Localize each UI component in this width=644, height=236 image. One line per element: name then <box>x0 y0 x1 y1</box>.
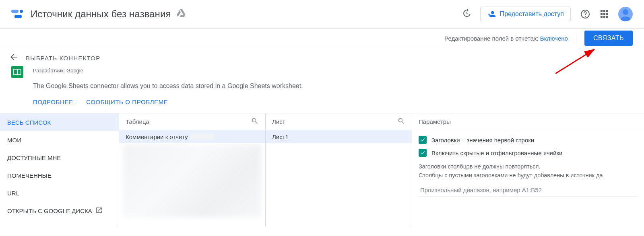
back-arrow-icon[interactable] <box>9 52 19 64</box>
datastudio-logo-icon <box>11 8 24 21</box>
svg-rect-4 <box>601 10 603 12</box>
history-icon[interactable] <box>462 8 471 20</box>
share-label: Предоставить доступ <box>500 10 564 18</box>
vertical-divider <box>576 34 576 43</box>
svg-rect-8 <box>603 13 605 15</box>
edit-bar: Редактирование полей в отчетах: Включено… <box>0 29 644 48</box>
source-nav-item[interactable]: URL <box>0 184 119 202</box>
svg-rect-7 <box>601 13 603 15</box>
params-header: Параметры <box>419 118 451 125</box>
picker-panel: ВЕСЬ СПИСОКМОИДОСТУПНЫЕ МНЕПОМЕЧЕННЫЕURL… <box>0 113 644 227</box>
sheet-column: Лист Лист1 <box>266 113 412 227</box>
redacted-list <box>123 145 261 217</box>
table-row[interactable]: Комментарии к отчету <box>119 130 265 143</box>
range-input[interactable] <box>419 183 638 197</box>
report-issue-link[interactable]: СООБЩИТЬ О ПРОБЛЕМЕ <box>86 99 168 105</box>
field-editing-label: Редактирование полей в отчетах: <box>444 35 539 42</box>
search-icon[interactable] <box>251 117 259 126</box>
source-nav-item[interactable]: ДОСТУПНЫЕ МНЕ <box>0 149 119 166</box>
table-header: Таблица <box>126 118 149 125</box>
drive-icon <box>177 9 186 19</box>
connector-nav: ВЫБРАТЬ КОННЕКТОР <box>0 48 644 68</box>
account-avatar[interactable] <box>618 7 633 21</box>
svg-rect-2 <box>14 15 22 18</box>
sheet-row[interactable]: Лист1 <box>266 130 412 143</box>
svg-rect-9 <box>606 13 608 15</box>
connector-description: The Google Sheets connector allows you t… <box>33 82 635 90</box>
svg-rect-10 <box>601 16 603 18</box>
source-nav-item[interactable]: ПОМЕЧЕННЫЕ <box>0 166 119 184</box>
svg-rect-5 <box>603 10 605 12</box>
svg-rect-0 <box>11 10 19 13</box>
google-sheets-icon <box>11 66 23 78</box>
params-hint: Заголовки столбцов не должны повторяться… <box>419 162 638 180</box>
svg-rect-11 <box>603 16 605 18</box>
svg-point-1 <box>20 10 23 13</box>
page-title[interactable]: Источник данных без названия <box>31 8 171 20</box>
first-row-headers-checkbox[interactable]: Заголовки – значения первой строки <box>419 136 638 144</box>
table-column: Таблица Комментарии к отчету <box>119 113 266 227</box>
connector-developer: Разработчик: Google <box>33 68 635 74</box>
include-hidden-checkbox[interactable]: Включить скрытые и отфильтрованные ячейк… <box>419 149 638 157</box>
search-icon[interactable] <box>397 117 405 126</box>
connect-button[interactable]: СВЯЗАТЬ <box>584 31 633 46</box>
connector-info: Разработчик: Google The Google Sheets co… <box>0 68 644 113</box>
svg-rect-6 <box>606 10 608 12</box>
sheet-header: Лист <box>272 118 285 125</box>
open-external-icon <box>95 207 103 215</box>
connector-nav-label[interactable]: ВЫБРАТЬ КОННЕКТОР <box>26 55 100 62</box>
source-nav-item[interactable]: МОИ <box>0 131 119 149</box>
field-editing-toggle[interactable]: Включено <box>540 35 568 42</box>
learn-more-link[interactable]: ПОДРОБНЕЕ <box>33 99 73 105</box>
source-nav: ВЕСЬ СПИСОКМОИДОСТУПНЫЕ МНЕПОМЕЧЕННЫЕURL… <box>0 113 119 227</box>
params-column: Параметры Заголовки – значения первой ст… <box>412 113 644 227</box>
redacted-text <box>190 134 214 140</box>
share-button[interactable]: Предоставить доступ <box>480 6 571 22</box>
source-nav-item[interactable]: ОТКРЫТЬ С GOOGLE ДИСКА <box>0 202 119 220</box>
help-icon[interactable] <box>580 8 591 20</box>
top-bar: Источник данных без названия Предоставит… <box>0 0 644 28</box>
svg-rect-12 <box>606 16 608 18</box>
source-nav-item[interactable]: ВЕСЬ СПИСОК <box>0 113 119 131</box>
apps-grid-icon[interactable] <box>599 8 610 20</box>
